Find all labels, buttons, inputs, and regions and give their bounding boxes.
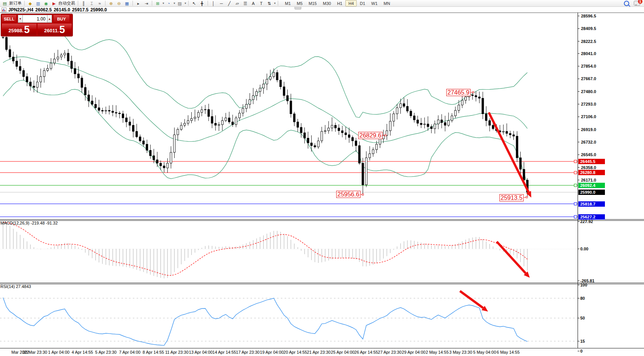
toolbar-left-group: ▤新订单◆▥◉▶自动交易║⌶≈⊕⊖▦▸⇥⊞▼◔▼▨▼	[1, 0, 187, 7]
periods-caret-icon[interactable]: ▼	[173, 2, 176, 5]
sell-button[interactable]: SELL	[2, 15, 16, 23]
toolbar-separator	[278, 1, 278, 6]
new-order-label[interactable]: 新订单	[9, 0, 22, 6]
rsi-axis-label: 0	[580, 349, 583, 353]
time-axis-label: 17 Apr 23:30	[236, 350, 260, 354]
timeframe-mn[interactable]: MN	[381, 0, 393, 6]
price-axis-label: 27854.0	[581, 64, 608, 68]
search-icon[interactable]	[624, 1, 629, 6]
price-annotation[interactable]: 26829.6	[358, 132, 383, 139]
rsi-axis-label: 15	[580, 339, 585, 343]
chart-shift-icon[interactable]: ⇥	[142, 0, 150, 7]
zoom-in-icon[interactable]: ⊕	[107, 0, 115, 7]
mt4-window: ▤新订单◆▥◉▶自动交易║⌶≈⊕⊖▦▸⇥⊞▼◔▼▨▼ ↖╋│─╱▱☰AT⇅▼ M…	[0, 0, 644, 356]
rsi-axis-label: 50	[580, 316, 585, 320]
channel-icon[interactable]: ▱	[233, 0, 241, 7]
new-order-icon[interactable]: ▤	[1, 0, 9, 7]
toolbar-separator	[105, 1, 105, 6]
price-annotation[interactable]: 27465.9	[446, 89, 471, 96]
time-axis-label: 5 Apr 23:30	[95, 350, 117, 354]
time-axis-label: 1 Apr 04:00	[48, 350, 69, 354]
buy-button[interactable]: BUY	[54, 15, 69, 23]
toolbar-separator	[132, 1, 133, 6]
horizontal-line-icon[interactable]: ─	[217, 0, 225, 7]
vertical-line-icon[interactable]: │	[209, 0, 217, 7]
price-axis-label: 27667.0	[581, 76, 608, 81]
timeframe-h1[interactable]: H1	[334, 0, 345, 6]
volume-increase-button[interactable]: ▲	[47, 15, 52, 23]
time-axis-label: 13 Apr 04:00	[189, 350, 213, 354]
volume-decrease-button[interactable]: ▼	[18, 15, 23, 23]
autotrading-icon[interactable]: ▶	[50, 0, 58, 7]
time-axis-label: 7 Apr 04:00	[119, 350, 140, 354]
quote-line: JPN225-,H4 26062.5 26145.0 25917.5 25990…	[0, 7, 107, 13]
trendline-icon[interactable]: ╱	[225, 0, 233, 7]
timeframe-d1[interactable]: D1	[357, 0, 368, 6]
sell-price-dot: .	[22, 27, 24, 35]
volume-input[interactable]: 1.00	[23, 15, 47, 23]
quote-close: 25990.0	[90, 7, 107, 13]
label-icon[interactable]: T	[257, 0, 265, 7]
buy-price-main: 26011	[44, 27, 57, 35]
macd-axis-label: 0.00	[580, 247, 588, 251]
symbol-period: JPN225-,H4	[8, 7, 33, 13]
price-axis-label: 26732.0	[581, 140, 608, 144]
rsi-axis-label: 100	[580, 283, 587, 287]
rsi-indicator-label: RSI(14) 27.4843	[0, 284, 31, 289]
sell-price[interactable]: 25988.5	[2, 24, 36, 35]
fibonacci-icon[interactable]: ☰	[241, 0, 249, 7]
price-level-badge: 25990.0	[578, 190, 605, 195]
bar-chart-icon[interactable]: ║	[80, 0, 88, 7]
time-axis-label: 4 Apr 14:55	[72, 350, 93, 354]
auto-scroll-icon[interactable]: ▸	[134, 0, 142, 7]
price-annotation[interactable]: 25956.6	[336, 191, 361, 198]
market-watch-icon[interactable]: ▥	[34, 0, 42, 7]
panel-grip[interactable]	[294, 7, 301, 9]
timeframe-h4[interactable]: H4	[345, 0, 357, 6]
quote-high: 26145.0	[54, 7, 70, 13]
arrows-tool-icon[interactable]: ⇅	[265, 0, 273, 7]
line-chart-icon[interactable]: ≈	[96, 0, 104, 7]
price-axis-label: 28409.5	[581, 26, 608, 31]
candlestick-chart-icon[interactable]: ⌶	[88, 0, 96, 7]
periods-icon[interactable]: ◔	[165, 0, 173, 7]
timeframe-m30[interactable]: M30	[320, 0, 334, 6]
crosshair-icon[interactable]: ╋	[198, 0, 206, 7]
text-icon[interactable]: A	[249, 0, 257, 7]
cursor-icon[interactable]: ↖	[190, 0, 198, 7]
one-click-trading-panel: SELL ▼ 1.00 ▲ BUY 25988.5 26011.5	[1, 14, 73, 36]
price-level-badge: 26445.5	[578, 159, 605, 164]
toolbar-right-group: 1	[624, 1, 644, 6]
price-annotation[interactable]: 25913.5	[499, 194, 524, 201]
macd-indicator-label: MACD(12,26,9) -219.48 -91.32	[0, 221, 58, 225]
buy-price[interactable]: 26011.5	[38, 24, 72, 35]
signals-icon[interactable]: ◉	[42, 0, 50, 7]
timeframe-m5[interactable]: M5	[294, 0, 305, 6]
price-axis-label: 28222.5	[581, 39, 608, 44]
templates-icon[interactable]: ▨	[176, 0, 184, 7]
indicators-icon[interactable]: ⊞	[154, 0, 162, 7]
templates-caret-icon[interactable]: ▼	[184, 2, 187, 5]
time-axis-label: 5 May 04:00	[473, 350, 496, 354]
styles-icon[interactable]: ◆	[26, 0, 34, 7]
indicators-caret-icon[interactable]: ▼	[162, 2, 165, 5]
time-axis-label: 11 Apr 23:30	[165, 350, 189, 354]
timeframe-m1[interactable]: M1	[282, 0, 294, 6]
quote-low: 25917.5	[72, 7, 88, 13]
zoom-out-icon[interactable]: ⊖	[115, 0, 123, 7]
chart-canvas[interactable]	[0, 0, 644, 356]
timeframe-w1[interactable]: W1	[368, 0, 381, 6]
autotrading-label[interactable]: 自动交易	[58, 0, 75, 6]
price-axis-label: 27293.0	[581, 102, 608, 106]
arrows-tool-caret-icon[interactable]: ▼	[274, 2, 276, 5]
tile-windows-icon[interactable]: ▦	[123, 0, 131, 7]
chat-icon[interactable]: 1	[634, 1, 640, 6]
buy-price-frac: 5	[59, 25, 65, 35]
time-axis-label: 30 Mar 23:30	[23, 350, 47, 354]
timeframe-m15[interactable]: M15	[305, 0, 320, 6]
price-axis-label: 27480.0	[581, 89, 608, 94]
price-axis-label: 26545.0	[581, 152, 608, 157]
sell-price-main: 25988	[8, 27, 22, 35]
time-axis-label: 2 May 14:55	[426, 350, 449, 354]
price-axis-label: 26171.0	[581, 178, 608, 182]
